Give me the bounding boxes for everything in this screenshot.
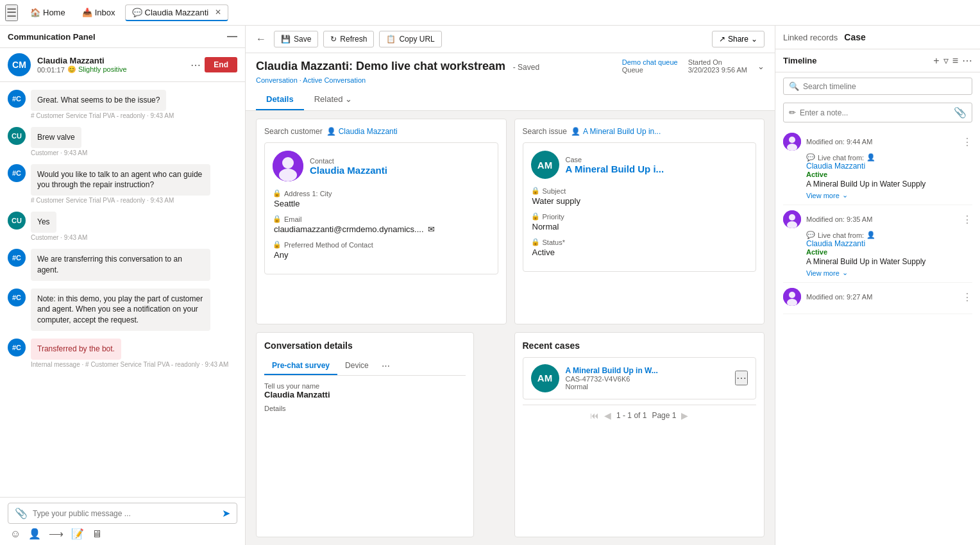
queue-key: Queue (622, 66, 678, 74)
breadcrumb: Conversation · Active Conversation (256, 74, 765, 87)
tl-type: 💬 Live chat from: 👤 (806, 153, 972, 162)
tab-home[interactable]: 🏠 Home (23, 4, 72, 21)
lock-icon: 🔒 (273, 189, 282, 197)
conv-tab-device[interactable]: Device (337, 357, 376, 375)
message-text: Note: in this demo, you play the part of… (31, 289, 210, 331)
lock-icon: 🔒 (531, 212, 540, 221)
timeline-filter-button[interactable]: ▿ (943, 55, 949, 67)
timeline-list-button[interactable]: ≡ (952, 55, 958, 67)
message-item: #C Would you like to talk to an agent wh… (8, 164, 237, 205)
message-meta: # Customer Service Trial PVA - readonly … (31, 197, 237, 204)
right-panel-header: Linked records Case (775, 26, 980, 49)
chat-toolbar-transfer[interactable]: ⟶ (49, 528, 63, 540)
hamburger-menu[interactable]: ☰ (5, 4, 18, 21)
timeline-entry: Modified on: 9:44 AM ⋮ 💬 Live chat from:… (783, 128, 972, 205)
share-button[interactable]: ↗ Share ⌄ (712, 31, 765, 47)
message-meta: # Customer Service Trial PVA - readonly … (31, 112, 237, 119)
page-next-button[interactable]: ▶ (681, 410, 688, 421)
tab-inbox[interactable]: 📥 Inbox (75, 4, 122, 21)
more-options-button[interactable]: ⋯ (190, 59, 201, 71)
bot-avatar: #C (8, 164, 26, 182)
tl-view-more-button[interactable]: View more ⌄ (806, 269, 972, 277)
tab-claudia[interactable]: 💬 Claudia Mazzanti ✕ (125, 4, 229, 21)
back-button[interactable]: ← (256, 33, 266, 45)
save-button[interactable]: 💾 Save (274, 31, 318, 47)
field-status: 🔒 Status* Active (531, 238, 748, 257)
tl-more-button[interactable]: ⋮ (962, 214, 972, 226)
agent-card: CM Claudia Mazzanti 00:01:17 😊 Slightly … (0, 48, 245, 82)
note-attach-button[interactable]: 📎 (954, 106, 967, 119)
page-prev-button[interactable]: ◀ (604, 410, 611, 421)
message-text: Great. What seems to be the issue? (31, 90, 166, 111)
timeline-add-button[interactable]: + (933, 55, 939, 67)
chat-messages: #C Great. What seems to be the issue? # … (0, 82, 245, 497)
message-content: Brew valve Customer · 9:43 AM (31, 127, 237, 156)
message-input[interactable] (33, 509, 217, 518)
person-icon: 👤 (326, 127, 336, 136)
chat-icon: 💬 (132, 8, 142, 17)
timeline-more-button[interactable]: ⋯ (962, 55, 972, 67)
chat-toolbar-screen[interactable]: 🖥 (92, 528, 102, 540)
pencil-icon: ✏ (789, 108, 796, 117)
livechat-icon: 💬 (806, 153, 815, 162)
message-meta: Customer · 9:43 AM (31, 149, 237, 156)
email-icon[interactable]: ✉ (428, 224, 435, 234)
chat-toolbar-note[interactable]: 📝 (71, 528, 84, 540)
timeline-search-input[interactable] (803, 82, 967, 91)
message-content: Note: in this demo, you play the part of… (31, 289, 237, 331)
case-search-row: Search issue 👤 A Mineral Build Up in... (523, 127, 757, 136)
customer-search-link[interactable]: 👤 Claudia Mazzanti (326, 127, 398, 136)
message-item: CU Yes Customer · 9:43 AM (8, 212, 237, 241)
tab-close-claudia[interactable]: ✕ (215, 8, 221, 17)
timeline-entries: Modified on: 9:44 AM ⋮ 💬 Live chat from:… (775, 128, 980, 545)
contact-name[interactable]: Claudia Mazzanti (310, 165, 387, 176)
case-type: Case (566, 156, 664, 164)
timeline-search-icon: 🔍 (789, 81, 799, 91)
pagination-page-label: Page 1 (652, 411, 676, 420)
recent-case-name[interactable]: A Mineral Build Up in W... (566, 366, 729, 375)
lock-icon: 🔒 (273, 215, 282, 223)
tl-view-more-button[interactable]: View more ⌄ (806, 191, 972, 199)
svg-point-10 (789, 292, 795, 298)
page-first-button[interactable]: ⏮ (590, 410, 599, 421)
message-content: We are transferring this conversation to… (31, 249, 237, 281)
case-name[interactable]: A Mineral Build Up i... (566, 164, 664, 174)
conv-field-label: Tell us your name (264, 382, 466, 390)
lock-icon: 🔒 (273, 240, 282, 249)
tab-related[interactable]: Related ⌄ (304, 89, 363, 110)
conv-field-name: Tell us your name Claudia Manzatti (264, 382, 466, 399)
send-button[interactable]: ➤ (222, 507, 230, 519)
copy-url-button[interactable]: 📋 Copy URL (379, 31, 441, 47)
contact-type: Contact (310, 157, 387, 165)
case-search-link[interactable]: 👤 A Mineral Build Up in... (571, 127, 661, 136)
tl-more-button[interactable]: ⋮ (962, 291, 972, 303)
conv-tab-more[interactable]: ⋯ (376, 357, 395, 375)
app-layout: Communication Panel — CM Claudia Mazzant… (0, 26, 980, 545)
tl-body: 💬 Live chat from: 👤 Claudia Mazzanti Act… (783, 153, 972, 199)
tl-entry-header: Modified on: 9:27 AM ⋮ (783, 288, 972, 306)
chat-toolbar-emoji[interactable]: ☺ (10, 528, 21, 540)
message-text: Yes (31, 212, 56, 233)
conv-tab-pre-chat[interactable]: Pre-chat survey (264, 357, 337, 375)
agent-actions: ⋯ End (190, 57, 237, 72)
message-group: #C Transferred by the bot. Internal mess… (0, 336, 245, 373)
field-priority: 🔒 Priority Normal (531, 212, 748, 231)
recent-case-more-button[interactable]: ⋯ (735, 371, 748, 385)
tab-details[interactable]: Details (256, 89, 304, 110)
conversation-details-card: Conversation details Pre-chat survey Dev… (256, 332, 474, 538)
recent-case-id: CAS-47732-V4V6K6 (566, 375, 729, 383)
case-avatar: AM (531, 151, 559, 179)
minimize-button[interactable]: — (227, 31, 237, 42)
record-header: Claudia Mazzanti: Demo live chat workstr… (246, 53, 775, 111)
agent-name: Claudia Mazzanti (37, 56, 184, 65)
tl-more-button[interactable]: ⋮ (962, 136, 972, 148)
message-text-transferred: Transferred by the bot. (31, 339, 121, 360)
details-area: Search customer 👤 Claudia Mazzanti (246, 111, 775, 545)
refresh-button[interactable]: ↻ Refresh (323, 31, 374, 47)
end-button[interactable]: End (205, 57, 237, 72)
pagination: ⏮ ◀ 1 - 1 of 1 Page 1 ▶ (523, 405, 757, 421)
message-group: #C Would you like to talk to an agent wh… (0, 162, 245, 210)
expand-button[interactable]: ⌄ (757, 62, 765, 71)
note-input[interactable] (800, 108, 950, 117)
chat-toolbar-person[interactable]: 👤 (28, 528, 41, 540)
